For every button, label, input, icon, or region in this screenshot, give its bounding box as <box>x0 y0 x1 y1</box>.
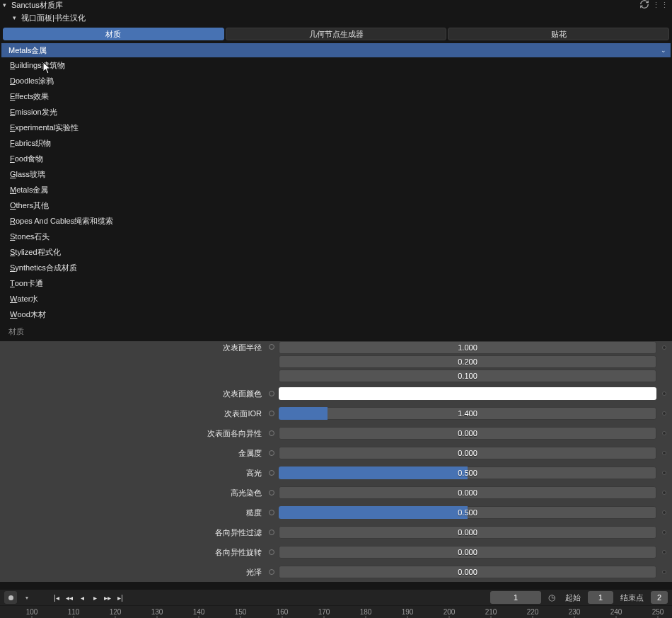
property-row: 高光染色0.000 <box>0 483 672 503</box>
value-slider[interactable]: 1.000 <box>279 341 656 354</box>
socket-dot[interactable] <box>269 344 274 350</box>
value-slider[interactable]: 0.100 <box>279 370 656 382</box>
animate-dot[interactable] <box>662 391 666 396</box>
ruler-tick-label: 130 <box>151 608 163 616</box>
category-item[interactable]: Toon卡通 <box>0 275 672 291</box>
chevron-down-icon[interactable]: ▾ <box>13 14 20 21</box>
ruler-tick-label: 160 <box>277 608 289 616</box>
animate-dot[interactable] <box>662 530 666 534</box>
property-row: 次表面各向异性0.000 <box>0 423 672 443</box>
socket-dot[interactable] <box>269 549 274 555</box>
animate-dot[interactable] <box>662 345 666 350</box>
socket-dot[interactable] <box>269 569 274 575</box>
category-item[interactable]: Glass玻璃 <box>0 166 672 182</box>
start-frame-input[interactable]: 1 <box>588 591 613 604</box>
properties-panel: 次表面半径1.0000.2000.100次表面颜色次表面IOR1.400次表面各… <box>0 341 672 582</box>
category-item[interactable]: Wood木材 <box>0 307 672 322</box>
animate-dot[interactable] <box>662 570 666 574</box>
value-slider[interactable]: 0.500 <box>279 467 656 479</box>
socket-dot[interactable] <box>269 530 274 535</box>
animate-dot[interactable] <box>662 471 666 475</box>
color-swatch[interactable] <box>279 387 656 400</box>
category-item[interactable]: Buildings建筑物 <box>0 57 672 73</box>
start-label: 起始 <box>562 593 584 603</box>
category-item[interactable]: Fabrics织物 <box>0 135 672 151</box>
play-button[interactable]: ▸ <box>89 592 100 603</box>
section-label: 材质 <box>0 322 672 341</box>
category-dropdown[interactable]: Metals金属 ⌄ <box>1 43 671 57</box>
keying-dropdown[interactable]: ▾ <box>21 592 33 603</box>
property-label: 次表面IOR <box>0 408 269 419</box>
animate-dot[interactable] <box>662 510 666 515</box>
value-slider[interactable]: 1.400 <box>279 407 656 420</box>
socket-dot[interactable] <box>269 411 274 416</box>
property-row: 各向异性旋转0.000 <box>0 542 672 562</box>
value-slider[interactable]: 0.000 <box>279 427 656 440</box>
socket-dot[interactable] <box>269 490 274 496</box>
property-label: 各向异性旋转 <box>0 547 269 558</box>
animate-dot[interactable] <box>662 431 666 435</box>
chevron-down-icon[interactable]: ▾ <box>3 1 10 8</box>
ruler-tick-label: 190 <box>402 608 414 616</box>
category-item[interactable]: Metals金属 <box>0 182 672 198</box>
animate-dot[interactable] <box>662 491 666 495</box>
timeline-ruler[interactable]: 1001101201301401501601701801902002102202… <box>0 605 672 618</box>
ruler-tick-label: 150 <box>235 608 247 616</box>
jump-end-button[interactable]: ▸| <box>115 592 126 603</box>
value-slider[interactable]: 0.000 <box>279 447 656 459</box>
panel-header: ▾ Sanctus材质库 ⋮⋮ <box>0 0 672 10</box>
socket-dot[interactable] <box>269 391 274 396</box>
socket-dot[interactable] <box>269 450 274 456</box>
category-item[interactable]: Effects效果 <box>0 88 672 104</box>
animate-dot[interactable] <box>662 550 666 554</box>
tab-贴花[interactable]: 贴花 <box>448 28 669 40</box>
playback-controls: |◂ ◂◂ ◂ ▸ ▸▸ ▸| <box>51 592 126 603</box>
refresh-icon[interactable] <box>639 0 649 11</box>
ruler-tick-label: 210 <box>485 608 497 616</box>
category-item[interactable]: Experimental实验性 <box>0 120 672 135</box>
clock-icon[interactable]: ◷ <box>545 591 558 604</box>
property-label: 高光染色 <box>0 488 269 498</box>
value-slider[interactable]: 0.200 <box>279 355 656 368</box>
ruler-tick-label: 110 <box>68 608 80 616</box>
current-frame-input[interactable]: 1 <box>490 591 541 604</box>
chevron-down-icon: ⌄ <box>661 47 666 54</box>
ruler-tick-label: 250 <box>652 608 664 616</box>
jump-start-button[interactable]: |◂ <box>51 592 62 603</box>
menu-dots-icon[interactable]: ⋮⋮ <box>652 1 669 10</box>
value-slider[interactable]: 0.000 <box>279 546 656 559</box>
tab-几何节点生成器[interactable]: 几何节点生成器 <box>226 28 447 40</box>
property-label: 次表面各向异性 <box>0 428 269 439</box>
value-slider[interactable]: 0.000 <box>279 566 656 578</box>
category-item[interactable]: Water水 <box>0 291 672 307</box>
socket-dot[interactable] <box>269 470 274 476</box>
socket-dot[interactable] <box>269 510 274 515</box>
socket-dot[interactable] <box>269 430 274 436</box>
ruler-tick-label: 180 <box>360 608 372 616</box>
auto-key-button[interactable] <box>4 591 17 604</box>
animate-dot[interactable] <box>662 451 666 455</box>
category-item[interactable]: Stylized程式化 <box>0 244 672 260</box>
ruler-tick-label: 240 <box>610 608 622 616</box>
category-item[interactable]: Emission发光 <box>0 104 672 120</box>
property-row: 金属度0.000 <box>0 443 672 463</box>
category-item[interactable]: Food食物 <box>0 151 672 166</box>
prev-key-button[interactable]: ◂◂ <box>64 592 75 603</box>
tab-材质[interactable]: 材质 <box>3 28 224 40</box>
value-slider[interactable]: 0.000 <box>279 486 656 499</box>
value-slider[interactable]: 0.500 <box>279 506 656 519</box>
play-reverse-button[interactable]: ◂ <box>76 592 88 603</box>
category-item[interactable]: Stones石头 <box>0 229 672 244</box>
ruler-tick-label: 220 <box>527 608 539 616</box>
category-item[interactable]: Doodles涂鸦 <box>0 73 672 88</box>
category-item[interactable]: Synthetics合成材质 <box>0 260 672 275</box>
next-key-button[interactable]: ▸▸ <box>102 592 113 603</box>
category-item[interactable]: Others其他 <box>0 198 672 213</box>
category-item[interactable]: Ropes And Cables绳索和缆索 <box>0 213 672 229</box>
value-slider[interactable]: 0.000 <box>279 526 656 539</box>
panel-subtitle: 视口面板|书生汉化 <box>21 13 86 23</box>
panel-subheader: ▾ 视口面板|书生汉化 <box>0 10 672 25</box>
property-row: 高光0.500 <box>0 463 672 483</box>
animate-dot[interactable] <box>662 411 666 416</box>
end-frame-input[interactable]: 2 <box>651 591 668 604</box>
